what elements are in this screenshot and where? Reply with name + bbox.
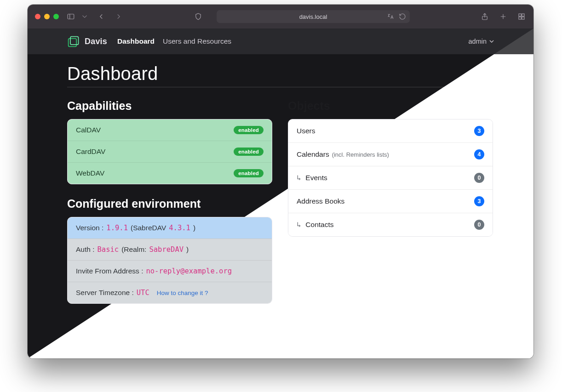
capability-name: WebDAV <box>76 169 104 177</box>
env-version-row: Version : 1.9.1 (SabreDAV 4.3.1) <box>68 217 272 239</box>
svg-rect-5 <box>519 14 521 16</box>
env-label: Server Timezone : <box>76 289 134 297</box>
env-tz-value: UTC <box>137 289 149 297</box>
sidebar-toggle-icon[interactable] <box>66 12 75 21</box>
url-text: davis.local <box>299 13 327 20</box>
brand[interactable]: Davis <box>67 35 107 48</box>
object-label: Calendars <box>297 150 329 159</box>
object-label: Address Books <box>297 197 344 205</box>
close-icon[interactable] <box>35 14 40 19</box>
env-invite-row: Invite From Address : no-reply@example.o… <box>68 260 272 282</box>
env-auth-row: Auth : Basic (Realm: SabreDAV) <box>68 239 272 260</box>
count-pill: 4 <box>474 149 484 159</box>
capabilities-heading: Capabilities <box>67 99 272 113</box>
brand-label: Davis <box>85 37 107 46</box>
object-row-contacts[interactable]: ↳Contacts 0 <box>288 213 493 236</box>
object-row-calendars[interactable]: Calendars (incl. Reminders lists) 4 <box>288 142 493 166</box>
status-badge: enabled <box>234 126 264 134</box>
env-label: Version : <box>76 224 103 232</box>
svg-rect-9 <box>69 39 77 47</box>
env-realm: SabreDAV <box>149 245 184 254</box>
back-icon[interactable] <box>97 12 106 21</box>
env-heading: Configured environment <box>67 197 272 210</box>
env-realm-suffix: ) <box>186 245 189 254</box>
capability-name: CalDAV <box>76 126 101 134</box>
forward-icon[interactable] <box>114 12 123 21</box>
env-auth-method: Basic <box>97 245 119 254</box>
minimize-icon[interactable] <box>44 14 50 19</box>
page-title: Dashboard <box>67 63 492 87</box>
chevron-down-icon <box>489 39 494 44</box>
count-pill: 3 <box>474 196 484 206</box>
svg-rect-8 <box>522 17 524 19</box>
zoom-icon[interactable] <box>53 14 59 19</box>
env-tz-row: Server Timezone : UTC How to change it ? <box>68 282 272 303</box>
share-icon[interactable] <box>480 12 489 21</box>
svg-rect-7 <box>519 17 521 19</box>
object-label: Users <box>297 127 315 135</box>
user-menu[interactable]: admin <box>469 38 494 45</box>
object-sublabel: (incl. Reminders lists) <box>332 151 389 158</box>
objects-list: Users 3 Calendars (incl. Reminders lists… <box>288 119 493 237</box>
nav-users[interactable]: Users and Resources <box>163 37 231 45</box>
nav-dashboard[interactable]: Dashboard <box>117 37 155 45</box>
count-pill: 0 <box>474 220 484 230</box>
env-invite-value: no-reply@example.org <box>146 267 232 275</box>
brand-logo-icon <box>67 35 80 48</box>
capability-row: WebDAV enabled <box>68 162 272 184</box>
address-bar[interactable]: davis.local <box>217 10 410 23</box>
child-arrow-icon: ↳ <box>297 221 301 229</box>
new-tab-icon[interactable] <box>499 12 508 21</box>
object-row-addressbooks[interactable]: Address Books 3 <box>288 189 493 213</box>
titlebar: davis.local <box>28 5 533 28</box>
object-label: Contacts <box>305 221 333 229</box>
status-badge: enabled <box>234 169 264 177</box>
capability-name: CardDAV <box>76 148 105 156</box>
capabilities-list: CalDAV enabled CardDAV enabled WebDAV en… <box>67 119 272 184</box>
count-pill: 0 <box>474 173 484 183</box>
shield-icon[interactable] <box>194 12 203 21</box>
svg-rect-10 <box>70 37 79 45</box>
count-pill: 3 <box>474 126 484 136</box>
capability-row: CardDAV enabled <box>68 141 272 162</box>
reload-icon[interactable] <box>399 13 406 20</box>
app-navbar: Davis Dashboard Users and Resources admi… <box>28 28 533 54</box>
translate-icon[interactable] <box>387 13 394 20</box>
env-sabre-version: 4.3.1 <box>169 224 190 232</box>
browser-window: davis.local D <box>28 5 533 358</box>
env-sabre-suffix: ) <box>193 224 195 232</box>
status-badge: enabled <box>234 148 264 156</box>
env-label: Auth : <box>76 245 95 254</box>
child-arrow-icon: ↳ <box>297 174 301 182</box>
objects-heading: Objects <box>288 99 493 113</box>
object-label: Events <box>305 174 327 182</box>
env-list: Version : 1.9.1 (SabreDAV 4.3.1) Auth : … <box>67 217 272 304</box>
nav-links: Dashboard Users and Resources <box>117 37 231 45</box>
svg-rect-0 <box>68 14 74 19</box>
chevron-down-icon[interactable] <box>80 12 89 21</box>
env-realm-prefix: (Realm: <box>121 245 146 254</box>
capability-row: CalDAV enabled <box>68 119 272 141</box>
env-label: Invite From Address : <box>76 267 143 275</box>
user-label: admin <box>469 38 487 45</box>
env-sabre-prefix: (SabreDAV <box>131 224 166 232</box>
object-row-users[interactable]: Users 3 <box>288 119 493 142</box>
svg-rect-6 <box>522 14 524 16</box>
window-controls <box>35 14 59 19</box>
env-version: 1.9.1 <box>106 224 128 232</box>
tabs-icon[interactable] <box>517 12 526 21</box>
object-row-events[interactable]: ↳Events 0 <box>288 166 493 189</box>
tz-change-link[interactable]: How to change it ? <box>157 290 208 296</box>
